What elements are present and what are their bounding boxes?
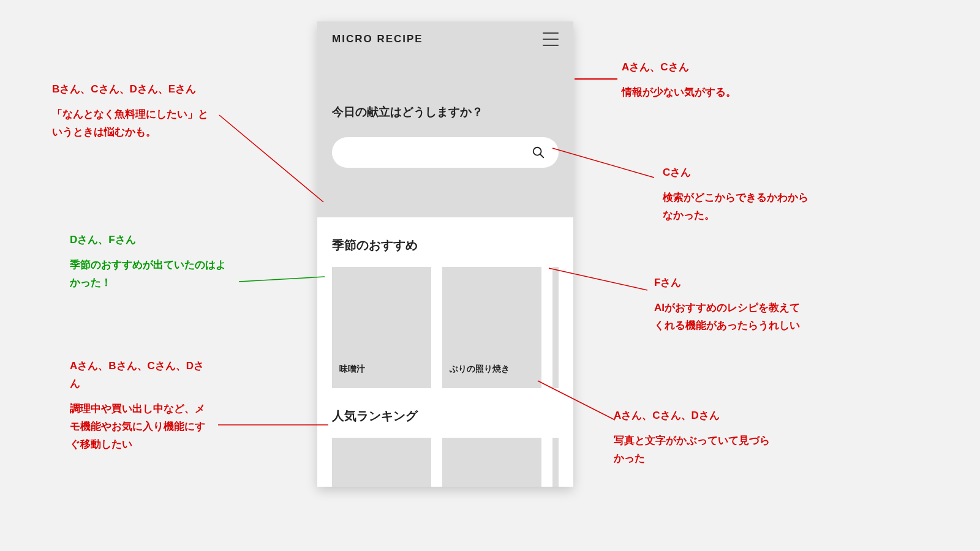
annotation: Fさん AIがおすすめのレシピを教えてくれる機能があったらうれしい bbox=[654, 274, 801, 335]
annotation-line bbox=[573, 77, 622, 89]
annotation-who: Cさん bbox=[663, 164, 810, 182]
annotation-line bbox=[213, 110, 330, 208]
recipe-card-label: ぶりの照り焼き bbox=[450, 364, 510, 375]
recipe-card[interactable]: 野 bbox=[552, 267, 559, 388]
phone-frame: MICRO RECIPE 今日の献立はどうしますか？ 季節のおすすめ 味噌汁 ぶ… bbox=[317, 21, 573, 487]
prompt-text: 今日の献立はどうしますか？ bbox=[332, 104, 559, 120]
annotation: Aさん、Bさん、Cさん、Dさん 調理中や買い出し中など、メモ機能やお気に入り機能… bbox=[70, 358, 211, 453]
recipe-card[interactable] bbox=[332, 438, 431, 487]
annotation-line bbox=[212, 409, 334, 433]
recipe-card[interactable]: ぶりの照り焼き bbox=[442, 267, 541, 388]
ranking-cards-row[interactable] bbox=[332, 438, 559, 487]
ranking-title: 人気ランキング bbox=[332, 408, 559, 424]
annotation-line bbox=[233, 276, 331, 294]
annotation: Aさん、Cさん 情報が少ない気がする。 bbox=[622, 59, 787, 102]
annotation-body: AIがおすすめのレシピを教えてくれる機能があったらうれしい bbox=[654, 299, 801, 335]
annotation-body: 「なんとなく魚料理にしたい」というときは悩むかも。 bbox=[52, 106, 211, 141]
annotation: Dさん、Fさん 季節のおすすめが出ていたのはよかった！ bbox=[70, 231, 229, 292]
annotation: Cさん 検索がどこからできるかわからなかった。 bbox=[663, 164, 810, 225]
annotation-body: 写真と文字がかぶっていて見づらかった bbox=[614, 432, 779, 468]
search-icon bbox=[532, 146, 545, 159]
annotation: Aさん、Cさん、Dさん 写真と文字がかぶっていて見づらかった bbox=[614, 407, 779, 468]
recipe-card[interactable]: 味噌汁 bbox=[332, 267, 431, 388]
recipe-card[interactable] bbox=[442, 438, 541, 487]
svg-line-2 bbox=[219, 115, 323, 202]
recipe-card-label: 味噌汁 bbox=[339, 364, 365, 375]
annotation-who: Aさん、Cさん bbox=[622, 59, 787, 77]
seasonal-title: 季節のおすすめ bbox=[332, 237, 559, 253]
app-title: MICRO RECIPE bbox=[332, 33, 423, 45]
annotation-body: 情報が少ない気がする。 bbox=[622, 84, 787, 102]
svg-line-1 bbox=[540, 154, 544, 158]
header-bar: MICRO RECIPE bbox=[332, 32, 559, 46]
header-region: MICRO RECIPE 今日の献立はどうしますか？ bbox=[317, 21, 573, 217]
annotation-who: Dさん、Fさん bbox=[70, 231, 229, 249]
svg-line-3 bbox=[239, 277, 325, 282]
annotation-who: Aさん、Cさん、Dさん bbox=[614, 407, 779, 425]
seasonal-cards-row[interactable]: 味噌汁 ぶりの照り焼き 野 bbox=[332, 267, 559, 388]
annotation-body: 調理中や買い出し中など、メモ機能やお気に入り機能にすぐ移動したい bbox=[70, 400, 211, 454]
annotation-who: Aさん、Bさん、Cさん、Dさん bbox=[70, 358, 211, 393]
menu-icon[interactable] bbox=[543, 32, 559, 46]
annotation-body: 検索がどこからできるかわからなかった。 bbox=[663, 189, 810, 225]
seasonal-section: 季節のおすすめ 味噌汁 ぶりの照り焼き 野 bbox=[317, 217, 573, 388]
annotation-body: 季節のおすすめが出ていたのはよかった！ bbox=[70, 257, 229, 292]
ranking-section: 人気ランキング bbox=[317, 388, 573, 487]
annotation-who: Bさん、Cさん、Dさん、Eさん bbox=[52, 81, 211, 99]
annotation-who: Fさん bbox=[654, 274, 801, 292]
annotation: Bさん、Cさん、Dさん、Eさん 「なんとなく魚料理にしたい」というときは悩むかも… bbox=[52, 81, 211, 141]
search-input[interactable] bbox=[332, 137, 559, 168]
recipe-card[interactable] bbox=[552, 438, 559, 487]
